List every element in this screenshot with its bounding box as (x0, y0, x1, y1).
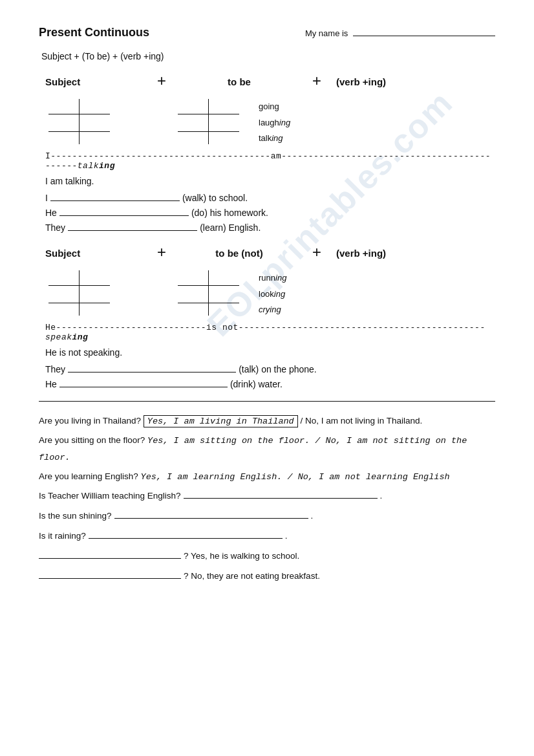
qa-fill-1: Is Teacher William teaching English? . (39, 488, 495, 504)
fill-blank[interactable] (59, 387, 228, 387)
qa-reverse-2: ? No, they are not eating breakfast. (39, 568, 495, 585)
plus-icon-3: + (142, 244, 181, 262)
fill-suffix: (drink) water. (230, 379, 283, 389)
cross-box-2 (175, 96, 246, 147)
verb-item: talking (259, 131, 290, 147)
qa-reverse-blank[interactable] (39, 578, 181, 579)
qa-section: Are you living in Thailand? Yes, I am li… (39, 413, 495, 585)
section1-cross-area: going laughing talking (39, 96, 495, 147)
fill-line-2: He (do) his homework. (45, 208, 495, 218)
qa-line-2: Are you sitting on the floor? Yes, I am … (39, 433, 495, 466)
fill-suffix: (do) his homework. (191, 208, 268, 218)
qa-reverse-suffix: ? Yes, he is walking to school. (184, 548, 299, 565)
fill-line-5: He (drink) water. (45, 379, 495, 389)
fill-prefix: He (45, 208, 57, 218)
fill-prefix: They (45, 222, 65, 233)
boxed-answer: Yes, I am living in Thailand (144, 415, 298, 427)
qa-period: . (285, 528, 288, 545)
fill-blank[interactable] (50, 200, 180, 201)
qa-answer: Yes, I am learning English. / No, I am n… (141, 472, 450, 482)
verb-list-2: running looking crying (246, 267, 286, 318)
name-underline[interactable] (353, 36, 495, 36)
qa-question-text: Is it raining? (39, 528, 86, 545)
qa-question: Are you sitting on the floor? (39, 435, 147, 445)
qa-fill-2: Is the sun shining? . (39, 508, 495, 524)
qa-question-text: Is Teacher William teaching English? (39, 488, 181, 504)
fill-prefix: He (45, 379, 57, 389)
col-header-verb-2: (verb +ing) (336, 248, 386, 259)
fill-suffix: (learn) English. (200, 222, 261, 233)
cross-box-3 (45, 267, 116, 319)
fill-prefix: They (45, 364, 65, 374)
qa-question: Are you learning English? (39, 471, 141, 481)
dashed-sentence-2: He----------------------------is not----… (45, 323, 495, 342)
example-sentence-1: I am talking. (45, 176, 495, 186)
cross-box-1 (45, 96, 116, 147)
qa-reverse-suffix: ? No, they are not eating breakfast. (184, 568, 320, 585)
col-header-subject-2: Subject (45, 248, 142, 259)
qa-line-1: Are you living in Thailand? Yes, I am li… (39, 413, 495, 430)
plus-icon-2: + (297, 73, 336, 91)
fill-line-4: They (talk) on the phone. (45, 364, 495, 374)
col-header-verb: (verb +ing) (336, 76, 386, 87)
qa-divider: / No, I am not living in Thailand. (298, 416, 423, 426)
qa-fill-3: Is it raining? . (39, 528, 495, 545)
qa-fill-blank[interactable] (184, 498, 378, 499)
fill-line-1: I (walk) to school. (45, 193, 495, 203)
qa-fill-blank[interactable] (89, 538, 283, 539)
fill-line-3: They (learn) English. (45, 222, 495, 233)
verb-list-1: going laughing talking (246, 96, 290, 147)
qa-reverse-blank[interactable] (39, 558, 181, 559)
page-title: Present Continuous (39, 26, 149, 39)
col-header-subject: Subject (45, 76, 142, 87)
verb-item: looking (259, 286, 286, 303)
fill-blank[interactable] (68, 372, 236, 373)
verb-item: laughing (259, 115, 290, 131)
verb-item: going (259, 99, 290, 115)
col-header-tobe-not: to be (not) (181, 248, 297, 259)
fill-prefix: I (45, 193, 48, 203)
plus-icon-4: + (297, 244, 336, 262)
qa-question: Are you living in Thailand? (39, 416, 144, 426)
section2-headers: Subject + to be (not) + (verb +ing) (39, 244, 495, 262)
header: Present Continuous My name is (39, 26, 495, 39)
example-sentence-2: He is not speaking. (45, 347, 495, 358)
verb-item: crying (259, 302, 286, 318)
dashed-sentence-1: I---------------------------------------… (45, 151, 495, 171)
qa-reverse-1: ? Yes, he is walking to school. (39, 548, 495, 565)
col-header-tobe: to be (181, 76, 297, 87)
qa-question-text: Is the sun shining? (39, 508, 112, 524)
fill-suffix: (walk) to school. (182, 193, 248, 203)
qa-period: . (311, 508, 314, 524)
formula-line: Subject + (To be) + (verb +ing) (39, 51, 495, 61)
fill-blank[interactable] (59, 215, 189, 216)
verb-item: running (259, 270, 286, 286)
fill-suffix: (talk) on the phone. (239, 364, 317, 374)
section1-headers: Subject + to be + (verb +ing) (39, 73, 495, 91)
fill-blank[interactable] (68, 230, 197, 231)
qa-line-3: Are you learning English? Yes, I am lear… (39, 469, 495, 486)
qa-period: . (380, 488, 383, 504)
section-divider (39, 401, 495, 402)
plus-icon-1: + (142, 73, 181, 91)
cross-box-4 (175, 267, 246, 319)
qa-fill-blank[interactable] (114, 518, 308, 519)
section2-cross-area: running looking crying (39, 267, 495, 319)
name-field: My name is (305, 28, 495, 38)
